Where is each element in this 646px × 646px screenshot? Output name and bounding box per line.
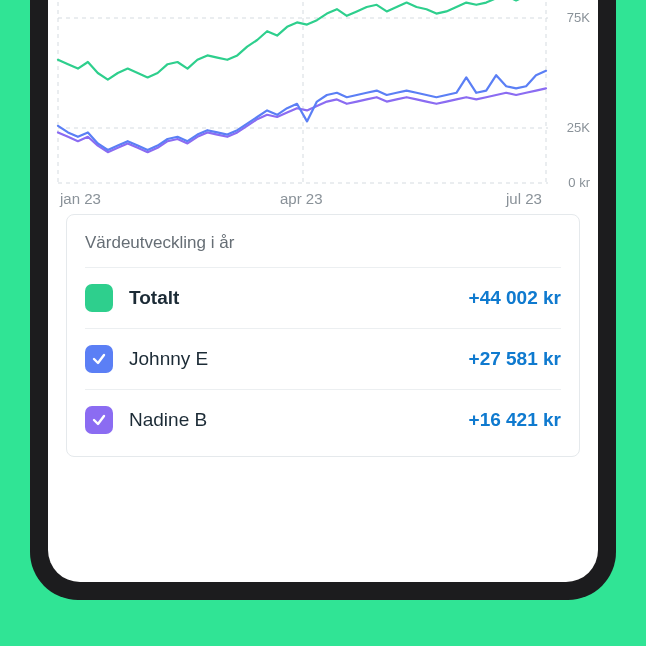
legend-name: Totalt <box>129 287 469 309</box>
legend-title: Värdeutveckling i år <box>85 233 561 253</box>
legend-row-johnny[interactable]: Johnny E +27 581 kr <box>85 328 561 389</box>
y-tick-75k: 75K <box>567 10 590 25</box>
legend-name: Nadine B <box>129 409 469 431</box>
y-tick-0: 0 kr <box>568 175 590 190</box>
legend-name: Johnny E <box>129 348 469 370</box>
series-johnny <box>58 71 546 150</box>
legend-value: +27 581 kr <box>469 348 561 370</box>
phone-frame: 75K 25K 0 kr jan 23 apr 23 jul 23 Värdeu… <box>30 0 616 600</box>
legend-panel: Värdeutveckling i år Totalt +44 002 kr J… <box>66 214 580 457</box>
y-tick-25k: 25K <box>567 120 590 135</box>
legend-value: +16 421 kr <box>469 409 561 431</box>
checkbox-icon[interactable] <box>85 406 113 434</box>
series-total <box>58 0 546 80</box>
square-swatch-icon <box>85 284 113 312</box>
chart-svg: 75K 25K 0 kr jan 23 apr 23 jul 23 <box>48 0 598 208</box>
legend-row-nadine[interactable]: Nadine B +16 421 kr <box>85 389 561 450</box>
legend-row-total[interactable]: Totalt +44 002 kr <box>85 267 561 328</box>
line-chart[interactable]: 75K 25K 0 kr jan 23 apr 23 jul 23 <box>48 0 598 208</box>
phone-screen: 75K 25K 0 kr jan 23 apr 23 jul 23 Värdeu… <box>48 0 598 582</box>
legend-value: +44 002 kr <box>469 287 561 309</box>
x-tick-jan: jan 23 <box>59 190 101 207</box>
x-tick-apr: apr 23 <box>280 190 323 207</box>
x-tick-jul: jul 23 <box>505 190 542 207</box>
checkbox-icon[interactable] <box>85 345 113 373</box>
